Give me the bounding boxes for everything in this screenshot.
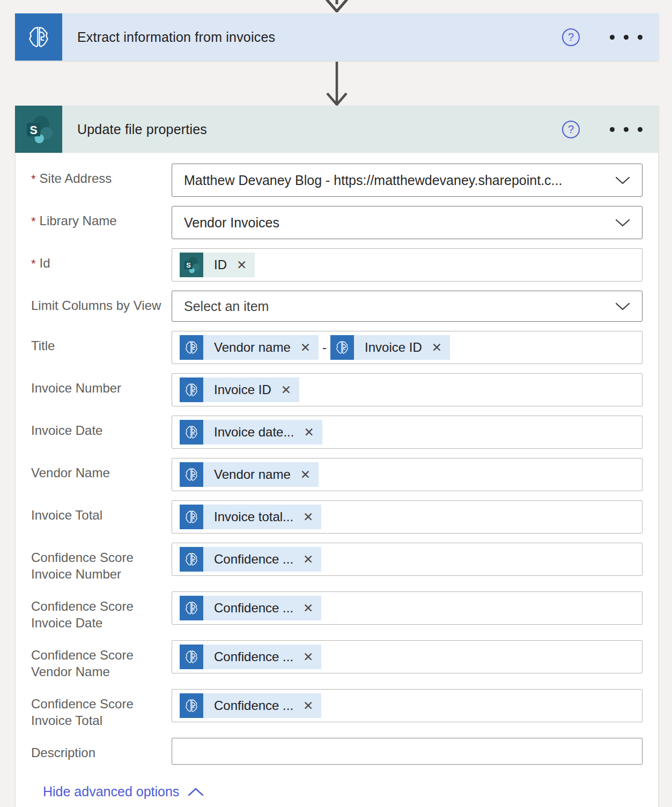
required-asterisk: * xyxy=(31,214,36,228)
ai-builder-icon xyxy=(180,377,203,402)
token-id[interactable]: ID ✕ xyxy=(180,253,255,277)
more-options-button[interactable] xyxy=(609,32,644,43)
ai-builder-icon xyxy=(180,693,203,718)
token-invoice-id[interactable]: Invoice ID ✕ xyxy=(330,335,450,360)
field-row-invoice-date: Invoice Date Invoice date... ✕ xyxy=(31,416,643,449)
field-label: Vendor Name xyxy=(31,458,172,491)
confidence-invoice-total-input[interactable]: Confidence ... ✕ xyxy=(172,689,643,722)
field-row-confidence-invoice-number: Confidence Score Invoice Number Confiden… xyxy=(31,543,643,582)
chevron-down-icon xyxy=(615,302,630,310)
id-input[interactable]: ID ✕ xyxy=(172,248,643,282)
ai-builder-icon xyxy=(15,13,62,61)
close-icon[interactable]: ✕ xyxy=(301,700,321,712)
token-confidence[interactable]: Confidence ... ✕ xyxy=(180,596,321,620)
hide-advanced-options-link[interactable]: Hide advanced options xyxy=(31,784,204,799)
title-input[interactable]: Vendor name ✕ - Invoice ID ✕ xyxy=(172,331,643,364)
field-row-id: *Id ID ✕ xyxy=(31,248,643,282)
field-label: *Library Name xyxy=(31,206,172,239)
confidence-vendor-name-input[interactable]: Confidence ... ✕ xyxy=(172,640,643,673)
close-icon[interactable]: ✕ xyxy=(279,384,299,396)
close-icon[interactable]: ✕ xyxy=(301,511,321,523)
chevron-up-icon xyxy=(188,788,204,796)
limit-columns-placeholder: Select an item xyxy=(184,299,608,314)
ai-builder-icon xyxy=(180,596,203,620)
token-invoice-date[interactable]: Invoice date... ✕ xyxy=(180,420,322,445)
sharepoint-icon xyxy=(180,253,203,277)
chevron-down-icon xyxy=(615,176,630,184)
close-icon[interactable]: ✕ xyxy=(301,426,322,439)
token-vendor-name[interactable]: Vendor name ✕ xyxy=(180,335,319,360)
field-row-description: Description xyxy=(31,738,643,765)
site-address-dropdown[interactable]: Matthew Devaney Blog - https://matthewde… xyxy=(172,164,643,197)
close-icon[interactable]: ✕ xyxy=(234,259,255,271)
required-asterisk: * xyxy=(31,257,36,270)
field-row-confidence-invoice-total: Confidence Score Invoice Total Confidenc… xyxy=(31,689,643,729)
library-name-value: Vendor Invoices xyxy=(184,215,608,231)
ai-builder-icon xyxy=(180,547,203,572)
field-row-confidence-invoice-date: Confidence Score Invoice Date Confidence… xyxy=(31,591,643,631)
ai-builder-icon xyxy=(330,335,354,360)
field-row-invoice-total: Invoice Total Invoice total... ✕ xyxy=(31,500,643,534)
confidence-invoice-number-input[interactable]: Confidence ... ✕ xyxy=(172,543,643,576)
action-card-extract-information[interactable]: Extract information from invoices ? xyxy=(15,13,659,61)
library-name-dropdown[interactable]: Vendor Invoices xyxy=(172,206,643,239)
token-confidence[interactable]: Confidence ... ✕ xyxy=(180,547,321,572)
field-label: Title xyxy=(31,331,172,364)
close-icon[interactable]: ✕ xyxy=(301,553,321,566)
close-icon[interactable]: ✕ xyxy=(430,342,450,354)
ai-builder-icon xyxy=(180,645,203,669)
close-icon[interactable]: ✕ xyxy=(298,469,319,481)
field-label: Invoice Date xyxy=(31,416,172,449)
more-options-button[interactable] xyxy=(609,124,644,135)
card-title: Update file properties xyxy=(77,122,562,137)
close-icon[interactable]: ✕ xyxy=(301,651,321,663)
card-parameters-form: *Site Address Matthew Devaney Blog - htt… xyxy=(15,153,659,807)
ai-builder-icon xyxy=(180,420,203,445)
field-row-site-address: *Site Address Matthew Devaney Blog - htt… xyxy=(31,164,643,197)
connector-arrow-top xyxy=(325,0,349,12)
field-row-invoice-number: Invoice Number Invoice ID ✕ xyxy=(31,373,643,406)
field-row-vendor-name: Vendor Name Vendor name ✕ xyxy=(31,458,643,491)
card-header-bar[interactable]: Update file properties ? xyxy=(62,106,659,153)
card-header-bar[interactable]: Extract information from invoices ? xyxy=(62,13,659,61)
invoice-number-input[interactable]: Invoice ID ✕ xyxy=(172,373,643,406)
confidence-invoice-date-input[interactable]: Confidence ... ✕ xyxy=(172,591,643,625)
field-label: Limit Columns by View xyxy=(31,291,172,322)
site-address-value: Matthew Devaney Blog - https://matthewde… xyxy=(184,173,608,188)
description-input[interactable] xyxy=(172,738,643,765)
close-icon[interactable]: ✕ xyxy=(301,602,321,614)
connector-arrow-mid xyxy=(325,61,349,106)
token-confidence[interactable]: Confidence ... ✕ xyxy=(180,693,321,718)
field-row-limit-columns: Limit Columns by View Select an item xyxy=(31,291,643,322)
field-label: *Site Address xyxy=(31,164,172,197)
invoice-date-input[interactable]: Invoice date... ✕ xyxy=(172,416,643,449)
field-label: *Id xyxy=(31,248,172,282)
token-vendor-name[interactable]: Vendor name ✕ xyxy=(180,462,319,487)
vendor-name-input[interactable]: Vendor name ✕ xyxy=(172,458,643,491)
flow-designer-canvas: Extract information from invoices ? Upda… xyxy=(0,0,672,807)
sharepoint-icon xyxy=(15,106,62,153)
field-label: Confidence Score Invoice Total xyxy=(31,689,172,729)
limit-columns-dropdown[interactable]: Select an item xyxy=(172,291,643,322)
field-label: Confidence Score Vendor Name xyxy=(31,640,172,680)
field-row-confidence-vendor-name: Confidence Score Vendor Name Confidence … xyxy=(31,640,643,680)
ai-builder-icon xyxy=(180,505,203,529)
close-icon[interactable]: ✕ xyxy=(298,342,319,354)
help-icon[interactable]: ? xyxy=(562,28,580,46)
invoice-total-input[interactable]: Invoice total... ✕ xyxy=(172,500,643,534)
help-icon[interactable]: ? xyxy=(562,121,580,138)
token-confidence[interactable]: Confidence ... ✕ xyxy=(180,645,321,669)
text-separator: - xyxy=(322,340,327,355)
action-card-update-file-properties: Update file properties ? *Site Address M… xyxy=(15,106,659,807)
field-label: Invoice Number xyxy=(31,373,172,406)
required-asterisk: * xyxy=(31,172,36,186)
ai-builder-icon xyxy=(180,335,203,360)
field-label: Confidence Score Invoice Number xyxy=(31,543,172,582)
token-invoice-id[interactable]: Invoice ID ✕ xyxy=(180,377,299,402)
card-title: Extract information from invoices xyxy=(77,29,562,45)
field-row-library-name: *Library Name Vendor Invoices xyxy=(31,206,643,239)
field-row-title: Title Vendor name ✕ - In xyxy=(31,331,643,364)
field-label: Description xyxy=(31,738,172,765)
token-invoice-total[interactable]: Invoice total... ✕ xyxy=(180,505,321,529)
field-label: Confidence Score Invoice Date xyxy=(31,591,172,631)
